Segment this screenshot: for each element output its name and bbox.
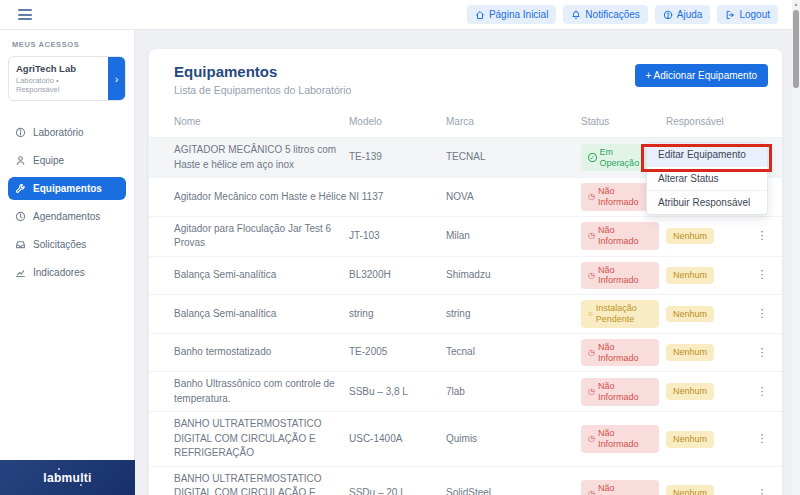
menu-icon[interactable] [18,9,32,20]
cell-brand: Tecnal [446,345,581,360]
responsible-badge: Nenhum [666,228,714,245]
table-row[interactable]: Banho Ultrassônico com controle de tempe… [149,372,782,412]
responsible-badge: Nenhum [666,306,714,323]
inbox-icon [15,239,26,250]
table-row[interactable]: BANHO ULTRATERMOSTATICO DIGITAL COM CIRC… [149,467,782,495]
table-row[interactable]: BANHO ULTRATERMOSTATICO DIGITAL COM CIRC… [149,412,782,467]
menu-item-editar-equipamento[interactable]: Editar Equipamento [647,143,767,166]
topbar-button-logout[interactable]: Logout [717,5,778,24]
cell-status: ◷ Não Informado [581,339,666,367]
menu-item-alterar-status[interactable]: Alterar Status [647,166,767,190]
clock-icon: ◷ [588,434,595,444]
kebab-menu-icon[interactable]: ⋮ [757,346,768,358]
cell-brand: Milan [446,229,581,244]
topbar-button-ajuda[interactable]: Ajuda [655,5,711,24]
check-circle-icon: ✓ [588,153,597,162]
add-equipment-button[interactable]: + Adicionar Equipamento [635,64,768,87]
cell-status: ◷ Não Informado [581,262,666,290]
cell-status: ○ Instalação Pendente [581,300,666,328]
sidebar-item-label: Equipamentos [33,183,102,194]
cell-responsible: Nenhum [666,485,747,495]
lab-role: Laboratório • Responsável [16,76,104,94]
table-row[interactable]: Balança Semi-analítica BL3200H Shimadzu … [149,257,782,296]
circle-icon: ○ [588,309,593,319]
cell-responsible: Nenhum [666,306,747,323]
status-label: Não Informado [598,483,652,495]
lab-info: AgriTech Lab Laboratório • Responsável [9,57,108,100]
table-row[interactable]: Balança Semi-analítica string string ○ I… [149,295,782,334]
cell-responsible: Nenhum [666,431,747,448]
cell-actions: ⋮ [747,306,777,322]
kebab-menu-icon[interactable]: ⋮ [757,487,768,495]
responsible-badge: Nenhum [666,485,714,495]
scroll-up-icon[interactable]: ▲ [792,1,800,7]
topbar-button-label: Ajuda [677,9,703,20]
clock-icon [15,211,26,222]
sidebar: MEUS ACESSOS AgriTech Lab Laboratório • … [0,30,135,460]
cell-name: Agitador para Floculação Jar Test 6 Prov… [174,222,349,251]
status-label: Instalação Pendente [596,303,652,325]
menu-item-atribuir-responsavel[interactable]: Atribuir Responsável [647,190,767,214]
kebab-menu-icon[interactable]: ⋮ [757,307,768,319]
cell-actions: ⋮ [747,431,777,447]
sidebar-item-laboratorio[interactable]: Laboratório [8,121,126,144]
cell-brand: Shimadzu [446,268,581,283]
sidebar-item-label: Indicadores [33,267,85,278]
status-badge: ◷ Não Informado [581,222,659,250]
kebab-menu-icon[interactable]: ⋮ [757,432,768,444]
user-icon [15,155,26,166]
help-icon [663,10,673,20]
cell-name: BANHO ULTRATERMOSTATICO DIGITAL COM CIRC… [174,472,349,495]
sidebar-item-indicadores[interactable]: Indicadores [8,261,126,284]
status-label: Não Informado [598,186,652,208]
cell-actions: ⋮ [747,486,777,495]
sidebar-item-solicitacoes[interactable]: Solicitações [8,233,126,256]
kebab-menu-icon[interactable]: ⋮ [757,229,768,241]
topbar-button-pagina-inicial[interactable]: Página Inicial [467,5,556,24]
cell-responsible: Nenhum [666,383,747,400]
status-label: Não Informado [598,225,652,247]
table-row[interactable]: Banho termostatizado TE-2005 Tecnal ◷ Nã… [149,334,782,373]
cell-model: JT-103 [349,229,446,244]
cell-actions: ⋮ [747,228,777,244]
table-header: NomeModeloMarcaStatusResponsável [149,104,782,138]
status-label: Não Informado [598,428,652,450]
cell-name: Banho termostatizado [174,345,349,360]
kebab-menu-icon[interactable]: ⋮ [757,385,768,397]
sidebar-item-equipamentos[interactable]: Equipamentos [8,177,126,200]
column-header-nome: Nome [174,116,201,127]
chevron-right-icon[interactable]: › [108,57,125,100]
sidebar-item-equipe[interactable]: Equipe [8,149,126,172]
column-header-responsavel: Responsável [666,116,724,127]
responsible-badge: Nenhum [666,383,714,400]
context-menu: Editar EquipamentoAlterar StatusAtribuir… [646,142,768,215]
status-badge: ○ Instalação Pendente [581,300,659,328]
status-badge: ◷ Não Informado [581,480,659,495]
table-row[interactable]: Agitador para Floculação Jar Test 6 Prov… [149,217,782,257]
status-label: Não Informado [598,342,652,364]
cell-brand: Quimis [446,432,581,447]
cell-name: Agitador Mecânico com Haste e Hélice [174,190,349,205]
responsible-badge: Nenhum [666,344,714,361]
cell-responsible: Nenhum [666,228,747,245]
cell-model: SSBu – 3,8 L [349,385,446,400]
sidebar-item-label: Equipe [33,155,64,166]
topbar-button-notificacoes[interactable]: Notificações [563,5,647,24]
lab-selector[interactable]: AgriTech Lab Laboratório • Responsável › [8,56,126,101]
kebab-menu-icon[interactable]: ⋮ [757,268,768,280]
sidebar-item-agendamentos[interactable]: Agendamentos [8,205,126,228]
sidebar-nav: LaboratórioEquipeEquipamentosAgendamento… [8,121,126,284]
cell-model: string [349,307,446,322]
cell-brand: TECNAL [446,150,581,165]
cell-name: Balança Semi-analítica [174,268,349,283]
cell-actions: ⋮ [747,267,777,283]
cell-brand: string [446,307,581,322]
cell-brand: 7lab [446,385,581,400]
cell-status: ◷ Não Informado [581,425,666,453]
status-badge: ◷ Não Informado [581,339,659,367]
scrollbar[interactable]: ▲ [792,0,800,495]
cell-model: SSDu – 20 L [349,486,446,495]
logo-text: labmulti [43,471,91,485]
scrollbar-thumb[interactable] [793,10,799,88]
app-logo: labmulti [0,460,135,495]
